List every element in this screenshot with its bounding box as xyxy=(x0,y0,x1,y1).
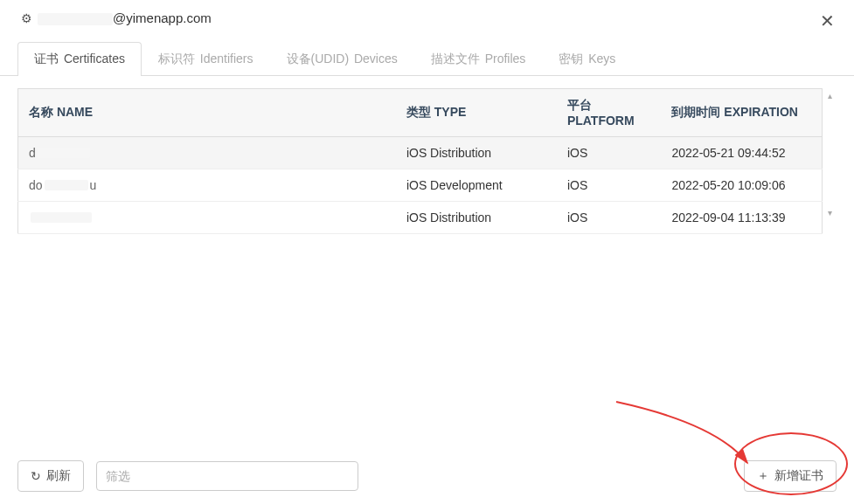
tab-identifiers[interactable]: 标识符 Identifiers xyxy=(142,42,270,76)
add-label: 新增证书 xyxy=(774,468,823,484)
account-email: @yimenapp.com xyxy=(38,10,212,25)
redacted-name xyxy=(38,13,113,25)
scroll-up-icon[interactable]: ▴ xyxy=(828,91,832,100)
footer-bar: ↻ 刷新 ＋ 新增证书 xyxy=(17,460,837,492)
plus-icon: ＋ xyxy=(757,468,769,484)
tab-devices[interactable]: 设备(UDID) Devices xyxy=(270,42,414,76)
table-row[interactable]: do u iOS Development iOS 2022-05-20 10:0… xyxy=(18,169,823,202)
cell-expiration: 2022-05-21 09:44:52 xyxy=(661,137,822,169)
filter-input[interactable] xyxy=(96,461,358,491)
cell-platform: iOS xyxy=(557,137,662,169)
tab-label-en: Profiles xyxy=(485,52,526,66)
cell-name xyxy=(18,202,396,234)
table-row[interactable]: iOS Distribution iOS 2022-09-04 11:13:39 xyxy=(18,202,823,234)
scrollbar[interactable]: ▴ ▾ xyxy=(823,88,837,219)
cell-name: do u xyxy=(18,169,396,202)
refresh-label: 刷新 xyxy=(46,468,71,484)
cell-expiration: 2022-09-04 11:13:39 xyxy=(661,202,822,234)
table-row[interactable]: d iOS Distribution iOS 2022-05-21 09:44:… xyxy=(18,137,823,169)
tab-label-en: Certificates xyxy=(64,52,125,66)
gear-icon: ⚙ xyxy=(21,11,32,25)
tab-certificates[interactable]: 证书 Certificates xyxy=(17,42,142,76)
certificates-table: 名称 NAME 类型 TYPE 平台 PLATFORM 到期时间 EXPIRAT… xyxy=(17,88,823,234)
redacted-cell xyxy=(31,212,92,223)
modal-header: ⚙ @yimenapp.com ✕ xyxy=(0,0,854,38)
table-header-row: 名称 NAME 类型 TYPE 平台 PLATFORM 到期时间 EXPIRAT… xyxy=(18,89,823,137)
scroll-down-icon[interactable]: ▾ xyxy=(828,208,832,217)
close-button[interactable]: ✕ xyxy=(816,10,838,31)
redacted-cell xyxy=(38,148,90,158)
add-certificate-button[interactable]: ＋ 新增证书 xyxy=(744,460,837,492)
cell-type: iOS Development xyxy=(396,169,557,202)
tab-label-zh: 描述文件 xyxy=(431,52,480,66)
col-header-platform[interactable]: 平台 PLATFORM xyxy=(557,89,662,137)
redacted-cell xyxy=(45,180,88,190)
cell-platform: iOS xyxy=(557,169,662,202)
refresh-button[interactable]: ↻ 刷新 xyxy=(17,460,84,492)
tab-label-zh: 证书 xyxy=(34,52,59,66)
col-header-expiration[interactable]: 到期时间 EXPIRATION xyxy=(661,89,822,137)
tab-keys[interactable]: 密钥 Keys xyxy=(542,42,632,76)
col-header-type[interactable]: 类型 TYPE xyxy=(396,89,557,137)
cell-type: iOS Distribution xyxy=(396,137,557,169)
content-area: 名称 NAME 类型 TYPE 平台 PLATFORM 到期时间 EXPIRAT… xyxy=(0,76,854,234)
cell-platform: iOS xyxy=(557,202,662,234)
cell-type: iOS Distribution xyxy=(396,202,557,234)
cell-name: d xyxy=(18,137,396,169)
cell-expiration: 2022-05-20 10:09:06 xyxy=(661,169,822,202)
tab-label-en: Devices xyxy=(354,52,398,66)
tab-label-zh: 标识符 xyxy=(158,52,195,66)
tabs-bar: 证书 Certificates 标识符 Identifiers 设备(UDID)… xyxy=(0,41,854,76)
tab-profiles[interactable]: 描述文件 Profiles xyxy=(414,42,543,76)
tab-label-zh: 设备(UDID) xyxy=(287,52,350,66)
refresh-icon: ↻ xyxy=(31,469,41,483)
col-header-name[interactable]: 名称 NAME xyxy=(18,89,396,137)
tab-label-zh: 密钥 xyxy=(559,52,583,66)
email-suffix: @yimenapp.com xyxy=(113,10,212,25)
tab-label-en: Keys xyxy=(588,52,615,66)
tab-label-en: Identifiers xyxy=(200,52,253,66)
